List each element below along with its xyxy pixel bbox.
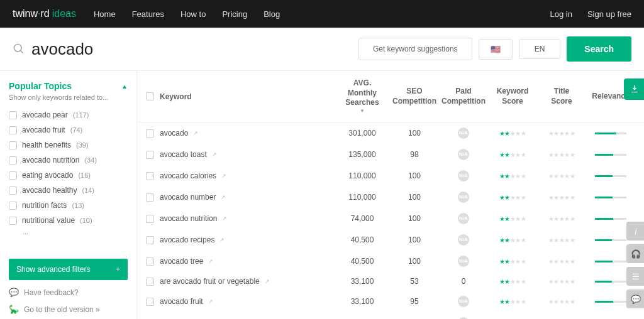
nav-pricing[interactable]: Pricing	[222, 9, 247, 19]
external-link-icon[interactable]: ↗	[221, 173, 226, 179]
topic-checkbox[interactable]	[9, 141, 17, 149]
keyword-cell[interactable]: are avocado fruit or vegetable ↗	[160, 277, 335, 286]
logo[interactable]: twinw·rdideas	[13, 8, 76, 19]
keyword-cell[interactable]: avocado calories ↗	[160, 171, 335, 180]
topic-checkbox[interactable]	[9, 217, 17, 225]
titlescore-cell: ★★★★★	[537, 278, 586, 285]
support-tool-icon[interactable]: 🎧	[626, 244, 644, 263]
col-seo[interactable]: SEOCompetition	[390, 87, 439, 106]
external-link-icon[interactable]: ↗	[219, 237, 225, 243]
kwscore-cell: ★★★★★	[488, 151, 537, 158]
table-row: avocado calories ↗110,000100N/A★★★★★★★★★…	[137, 165, 644, 187]
table-row: avocado tree ↗40,500100N/A★★★★★★★★★★	[137, 251, 644, 272]
nav-features[interactable]: Features	[132, 9, 164, 19]
suggestions-button[interactable]: Get keyword suggestions	[358, 38, 472, 60]
advanced-filters-label: Show advanced filters	[16, 265, 90, 274]
topic-checkbox[interactable]	[9, 156, 17, 165]
row-checkbox[interactable]	[146, 172, 154, 180]
topic-checkbox[interactable]	[9, 111, 17, 119]
keyword-cell[interactable]: avocado ↗	[160, 129, 335, 138]
keyword-cell[interactable]: avocado recipes ↗	[160, 235, 335, 244]
topic-count: (10)	[80, 217, 92, 224]
topic-item[interactable]: avocado healthy (14)	[9, 183, 128, 198]
country-selector[interactable]: 🇺🇸	[479, 39, 513, 60]
nav-home[interactable]: Home	[94, 9, 116, 19]
row-checkbox[interactable]	[146, 257, 154, 266]
topic-item[interactable]: avocado pear (117)	[9, 107, 128, 122]
plus-icon: +	[116, 265, 120, 274]
searches-cell: 74,000	[335, 214, 390, 223]
table-row: avocado fruit or vegetable ↗33,10090N/A★…	[137, 312, 644, 319]
external-link-icon[interactable]: ↗	[222, 215, 227, 222]
search-button[interactable]: Search	[567, 36, 631, 62]
relevance-cell	[586, 132, 635, 134]
chat-tool-icon[interactable]: 💬	[626, 289, 644, 308]
seo-cell: 100	[390, 171, 439, 180]
row-checkbox[interactable]	[146, 298, 154, 306]
col-keyword[interactable]: Keyword	[160, 92, 335, 101]
download-button[interactable]	[624, 78, 644, 100]
topics-panel-title[interactable]: Popular Topics ▲	[9, 81, 128, 91]
keyword-cell[interactable]: avocado tree ↗	[160, 257, 335, 266]
topics-list: avocado pear (117)avocado fruit (74)heal…	[9, 107, 128, 251]
nav-howto[interactable]: How to	[180, 9, 206, 19]
topics-more[interactable]: ...	[9, 228, 128, 235]
doc-tool-icon[interactable]: ☰	[626, 267, 644, 286]
row-checkbox[interactable]	[146, 278, 154, 286]
topic-item[interactable]: eating avocado (16)	[9, 168, 128, 183]
keyword-cell[interactable]: avocado toast ↗	[160, 150, 335, 159]
topic-checkbox[interactable]	[9, 171, 17, 180]
topic-checkbox[interactable]	[9, 202, 17, 210]
keyword-cell[interactable]: avocado nutrition ↗	[160, 214, 335, 223]
login-link[interactable]: Log in	[550, 9, 572, 19]
kwscore-cell: ★★★★★	[488, 130, 537, 137]
topic-checkbox[interactable]	[9, 126, 17, 134]
col-paid[interactable]: PaidCompetition	[439, 87, 488, 106]
side-tools: i 🎧 ☰ 💬	[626, 222, 644, 308]
old-version-link[interactable]: 🦕 Go to the old version »	[9, 305, 128, 314]
sidebar: Popular Topics ▲ Show only keywords rela…	[0, 71, 137, 319]
row-checkbox[interactable]	[146, 151, 154, 159]
topic-count: (117)	[73, 111, 89, 119]
row-checkbox[interactable]	[146, 215, 154, 223]
external-link-icon[interactable]: ↗	[265, 278, 270, 284]
col-kwscore[interactable]: KeywordScore	[488, 87, 537, 106]
topic-item[interactable]: nutrition facts (13)	[9, 198, 128, 213]
paid-cell: N/A	[439, 192, 488, 203]
advanced-filters-button[interactable]: Show advanced filters +	[9, 259, 128, 280]
keyword-input[interactable]	[31, 40, 352, 59]
topic-count: (34)	[84, 156, 97, 164]
keyword-cell[interactable]: avocado number ↗	[160, 193, 335, 202]
searches-cell: 40,500	[335, 235, 390, 244]
col-searches[interactable]: AVG.Monthly Searches▼	[335, 78, 390, 114]
table-row: avocado fruit ↗33,10095N/A★★★★★★★★★★	[137, 291, 644, 312]
topic-item[interactable]: health benefits (39)	[9, 138, 128, 153]
external-link-icon[interactable]: ↗	[208, 258, 213, 264]
paid-na-badge: N/A	[458, 170, 469, 181]
row-checkbox[interactable]	[146, 236, 154, 244]
sort-icon: ▼	[335, 108, 390, 114]
language-selector[interactable]: EN	[519, 39, 561, 59]
external-link-icon[interactable]: ↗	[212, 151, 217, 158]
topic-item[interactable]: nutritional value (10)	[9, 213, 128, 228]
row-checkbox[interactable]	[146, 129, 154, 138]
paid-cell: N/A	[439, 296, 488, 307]
info-tool-icon[interactable]: i	[626, 222, 644, 241]
topic-item[interactable]: avocado nutrition (34)	[9, 153, 128, 168]
external-link-icon[interactable]: ↗	[208, 298, 213, 305]
nav-blog[interactable]: Blog	[264, 9, 280, 19]
external-link-icon[interactable]: ↗	[221, 194, 226, 200]
col-titlescore[interactable]: TitleScore	[537, 87, 586, 106]
topic-checkbox[interactable]	[9, 187, 17, 195]
seo-cell: 53	[390, 277, 439, 286]
titlescore-cell: ★★★★★	[537, 151, 586, 158]
feedback-link[interactable]: 💬 Have feedback?	[9, 288, 128, 297]
topic-item[interactable]: avocado fruit (74)	[9, 122, 128, 138]
logo-text2: rd	[40, 8, 49, 19]
row-checkbox[interactable]	[146, 193, 154, 202]
keyword-cell[interactable]: avocado fruit ↗	[160, 297, 335, 306]
external-link-icon[interactable]: ↗	[193, 130, 198, 136]
select-all-checkbox[interactable]	[146, 92, 154, 100]
signup-link[interactable]: Sign up free	[587, 9, 631, 19]
paid-cell: N/A	[439, 149, 488, 160]
